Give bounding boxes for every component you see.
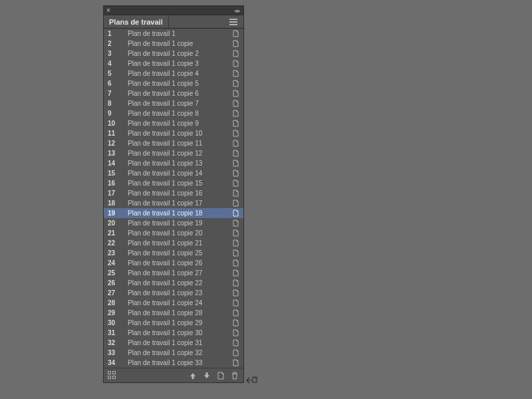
artboard-number: 1 bbox=[106, 30, 122, 37]
artboard-number: 7 bbox=[106, 90, 122, 97]
page-icon bbox=[232, 180, 239, 187]
artboard-name[interactable]: Plan de travail 1 copie 8 bbox=[122, 110, 232, 117]
artboard-name[interactable]: Plan de travail 1 copie 27 bbox=[122, 269, 232, 277]
artboard-name[interactable]: Plan de travail 1 copie 26 bbox=[122, 259, 232, 267]
page-icon bbox=[232, 150, 239, 157]
artboard-number: 10 bbox=[106, 120, 122, 127]
artboard-name[interactable]: Plan de travail 1 copie 32 bbox=[122, 349, 232, 356]
artboard-name[interactable]: Plan de travail 1 copie 19 bbox=[122, 219, 232, 227]
artboard-name[interactable]: Plan de travail 1 copie 31 bbox=[122, 339, 232, 346]
artboard-name[interactable]: Plan de travail 1 copie 30 bbox=[122, 329, 232, 336]
artboard-row[interactable]: 16Plan de travail 1 copie 15 bbox=[104, 178, 243, 188]
artboard-name[interactable]: Plan de travail 1 copie 6 bbox=[122, 90, 232, 97]
panel-title: Plans de travail bbox=[109, 18, 163, 26]
artboard-name[interactable]: Plan de travail 1 copie 3 bbox=[122, 60, 232, 67]
artboard-name[interactable]: Plan de travail 1 copie 14 bbox=[122, 170, 232, 177]
artboard-name[interactable]: Plan de travail 1 copie 11 bbox=[122, 140, 232, 147]
artboard-row[interactable]: 34Plan de travail 1 copie 33 bbox=[104, 358, 243, 368]
artboard-name[interactable]: Plan de travail 1 copie 21 bbox=[122, 239, 232, 247]
artboard-name[interactable]: Plan de travail 1 copie 23 bbox=[122, 289, 232, 297]
artboard-name[interactable]: Plan de travail 1 copie 25 bbox=[122, 249, 232, 257]
artboard-row[interactable]: 8Plan de travail 1 copie 7 bbox=[104, 98, 243, 108]
artboard-row[interactable]: 19Plan de travail 1 copie 18 bbox=[104, 208, 243, 218]
move-up-icon[interactable] bbox=[188, 371, 198, 380]
artboard-name[interactable]: Plan de travail 1 copie 7 bbox=[122, 100, 232, 107]
artboard-row[interactable]: 15Plan de travail 1 copie 14 bbox=[104, 168, 243, 178]
artboard-row[interactable]: 5Plan de travail 1 copie 4 bbox=[104, 68, 243, 78]
artboard-row[interactable]: 3Plan de travail 1 copie 2 bbox=[104, 49, 243, 59]
artboard-name[interactable]: Plan de travail 1 copie 9 bbox=[122, 120, 232, 127]
artboard-row[interactable]: 14Plan de travail 1 copie 13 bbox=[104, 158, 243, 168]
artboard-row[interactable]: 2Plan de travail 1 copie bbox=[104, 39, 243, 49]
artboard-row[interactable]: 9Plan de travail 1 copie 8 bbox=[104, 108, 243, 118]
artboard-name[interactable]: Plan de travail 1 copie 2 bbox=[122, 50, 232, 57]
artboard-name[interactable]: Plan de travail 1 copie 5 bbox=[122, 80, 232, 87]
artboard-number: 32 bbox=[106, 339, 122, 346]
artboard-name[interactable]: Plan de travail 1 copie bbox=[122, 40, 232, 47]
artboard-number: 12 bbox=[106, 140, 122, 147]
artboard-row[interactable]: 1Plan de travail 1 bbox=[104, 29, 243, 39]
page-icon bbox=[232, 110, 239, 117]
page-icon bbox=[232, 279, 239, 287]
artboard-row[interactable]: 12Plan de travail 1 copie 11 bbox=[104, 138, 243, 148]
artboard-row[interactable]: 10Plan de travail 1 copie 9 bbox=[104, 118, 243, 128]
artboard-number: 13 bbox=[106, 150, 122, 157]
artboard-row[interactable]: 6Plan de travail 1 copie 5 bbox=[104, 78, 243, 88]
hamburger-menu-icon[interactable] bbox=[227, 17, 239, 27]
artboard-name[interactable]: Plan de travail 1 copie 12 bbox=[122, 150, 232, 157]
artboard-row[interactable]: 24Plan de travail 1 copie 26 bbox=[104, 258, 243, 268]
artboard-name[interactable]: Plan de travail 1 copie 20 bbox=[122, 229, 232, 237]
artboard-row[interactable]: 18Plan de travail 1 copie 17 bbox=[104, 198, 243, 208]
delete-icon[interactable] bbox=[230, 371, 239, 380]
rearrange-all-icon[interactable] bbox=[108, 371, 117, 380]
artboard-row[interactable]: 25Plan de travail 1 copie 27 bbox=[104, 268, 243, 278]
artboard-name[interactable]: Plan de travail 1 copie 10 bbox=[122, 130, 232, 137]
artboard-name[interactable]: Plan de travail 1 copie 28 bbox=[122, 309, 232, 317]
artboard-row[interactable]: 27Plan de travail 1 copie 23 bbox=[104, 288, 243, 298]
new-artboard-icon[interactable] bbox=[216, 371, 225, 380]
artboard-number: 11 bbox=[106, 130, 122, 137]
page-icon bbox=[232, 200, 239, 207]
artboard-number: 28 bbox=[106, 299, 122, 307]
cursor-icon bbox=[246, 376, 258, 387]
artboard-row[interactable]: 7Plan de travail 1 copie 6 bbox=[104, 88, 243, 98]
artboard-row[interactable]: 4Plan de travail 1 copie 3 bbox=[104, 59, 243, 68]
artboard-number: 25 bbox=[106, 269, 122, 277]
close-icon[interactable]: × bbox=[106, 7, 110, 14]
artboard-name[interactable]: Plan de travail 1 bbox=[122, 30, 232, 37]
artboard-name[interactable]: Plan de travail 1 copie 17 bbox=[122, 200, 232, 207]
artboard-number: 20 bbox=[106, 219, 122, 227]
artboard-name[interactable]: Plan de travail 1 copie 29 bbox=[122, 319, 232, 327]
artboard-name[interactable]: Plan de travail 1 copie 22 bbox=[122, 279, 232, 287]
artboard-name[interactable]: Plan de travail 1 copie 13 bbox=[122, 160, 232, 167]
page-icon bbox=[232, 329, 239, 336]
artboard-name[interactable]: Plan de travail 1 copie 18 bbox=[122, 209, 232, 217]
panel-titlebar[interactable]: × ◂▸ bbox=[104, 6, 243, 15]
artboard-row[interactable]: 31Plan de travail 1 copie 30 bbox=[104, 328, 243, 338]
artboard-name[interactable]: Plan de travail 1 copie 33 bbox=[122, 359, 232, 366]
collapse-icon[interactable]: ◂▸ bbox=[234, 7, 241, 14]
artboard-row[interactable]: 30Plan de travail 1 copie 29 bbox=[104, 318, 243, 328]
page-icon bbox=[232, 30, 239, 37]
artboard-row[interactable]: 33Plan de travail 1 copie 32 bbox=[104, 348, 243, 358]
artboard-row[interactable]: 17Plan de travail 1 copie 16 bbox=[104, 188, 243, 198]
artboard-row[interactable]: 29Plan de travail 1 copie 28 bbox=[104, 308, 243, 318]
artboard-row[interactable]: 11Plan de travail 1 copie 10 bbox=[104, 128, 243, 138]
page-icon bbox=[232, 60, 239, 67]
artboard-row[interactable]: 20Plan de travail 1 copie 19 bbox=[104, 218, 243, 228]
artboard-name[interactable]: Plan de travail 1 copie 24 bbox=[122, 299, 232, 307]
artboard-row[interactable]: 22Plan de travail 1 copie 21 bbox=[104, 238, 243, 248]
page-icon bbox=[232, 219, 239, 227]
artboard-number: 18 bbox=[106, 200, 122, 207]
move-down-icon[interactable] bbox=[202, 371, 211, 380]
artboard-row[interactable]: 21Plan de travail 1 copie 20 bbox=[104, 228, 243, 238]
artboard-row[interactable]: 28Plan de travail 1 copie 24 bbox=[104, 298, 243, 308]
artboard-row[interactable]: 13Plan de travail 1 copie 12 bbox=[104, 148, 243, 158]
artboard-name[interactable]: Plan de travail 1 copie 16 bbox=[122, 190, 232, 197]
artboard-name[interactable]: Plan de travail 1 copie 4 bbox=[122, 70, 232, 77]
panel-tab-artboards[interactable]: Plans de travail bbox=[104, 16, 169, 28]
artboard-name[interactable]: Plan de travail 1 copie 15 bbox=[122, 180, 232, 187]
artboard-row[interactable]: 26Plan de travail 1 copie 22 bbox=[104, 278, 243, 288]
artboard-row[interactable]: 32Plan de travail 1 copie 31 bbox=[104, 338, 243, 348]
artboard-row[interactable]: 23Plan de travail 1 copie 25 bbox=[104, 248, 243, 258]
